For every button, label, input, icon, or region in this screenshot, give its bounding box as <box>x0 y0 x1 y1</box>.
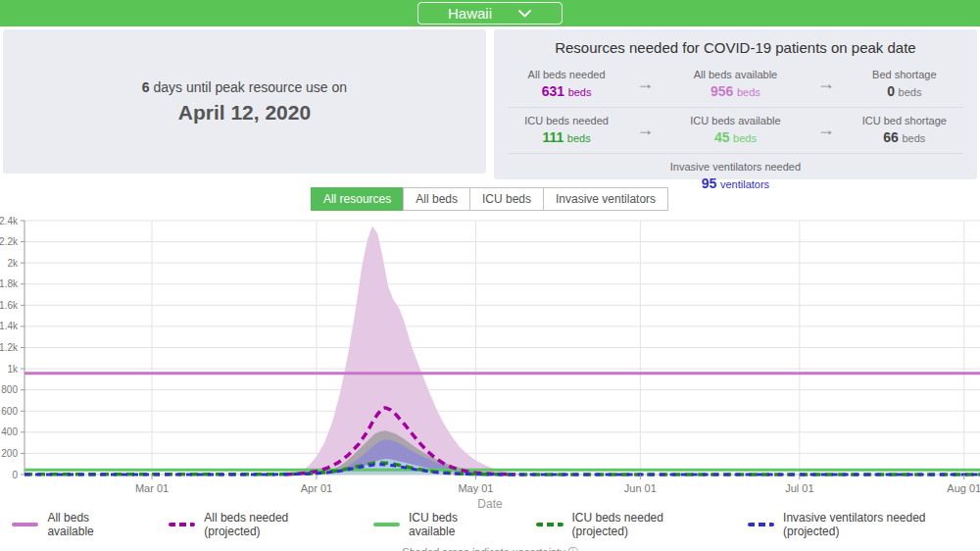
region-selector-dropdown[interactable]: Hawaii <box>417 2 563 25</box>
icu-beds-stat-row: ICU beds needed 111 beds → ICU beds avai… <box>508 107 963 153</box>
legend-item-all-beds-needed: All beds needed (projected) <box>157 511 348 538</box>
arrow-right-icon: → <box>625 120 664 140</box>
region-selector-value: Hawaii <box>448 5 492 22</box>
legend-swatch-dashed <box>748 523 775 526</box>
arrow-right-icon: → <box>625 74 664 94</box>
stat-bed-shortage: Bed shortage 0 beds <box>846 69 963 99</box>
stat-icu-beds-available: ICU beds available 45 beds <box>664 115 806 145</box>
svg-text:Jun 01: Jun 01 <box>624 482 657 494</box>
stat-icu-bed-shortage: ICU bed shortage 66 beds <box>846 115 963 145</box>
legend-item-ventilators-needed: Invasive ventilators needed (projected) <box>736 511 980 538</box>
tab-all-beds[interactable]: All beds <box>403 187 470 211</box>
legend-item-all-beds-available: All beds available <box>0 511 143 538</box>
legend-swatch-solid <box>373 523 400 526</box>
svg-text:1k: 1k <box>7 364 19 375</box>
svg-text:Aug 01: Aug 01 <box>947 482 980 494</box>
stat-all-beds-needed: All beds needed 631 beds <box>508 69 625 99</box>
resources-needed-card: Resources needed for COVID-19 patients o… <box>494 29 977 179</box>
svg-text:2k: 2k <box>7 258 19 269</box>
svg-text:0: 0 <box>12 470 18 480</box>
resources-card-title: Resources needed for COVID-19 patients o… <box>508 35 963 62</box>
svg-text:1.6k: 1.6k <box>0 300 19 311</box>
all-beds-stat-row: All beds needed 631 beds → All beds avai… <box>508 62 963 107</box>
summary-cards-row: 6 days until peak resource use on April … <box>0 26 980 179</box>
peak-date-card: 6 days until peak resource use on April … <box>3 29 486 174</box>
chart-plot-area[interactable]: 02004006008001k1.2k1.4k1.6k1.8k2k2.2k2.4… <box>0 213 980 509</box>
legend-swatch-dashed <box>169 523 195 526</box>
svg-text:800: 800 <box>1 384 18 395</box>
uncertainty-note: Shaded areas indicate uncertainty ⓘ <box>0 545 980 551</box>
legend-item-icu-beds-needed: ICU beds needed (projected) <box>524 511 722 538</box>
svg-text:2.2k: 2.2k <box>0 236 19 247</box>
legend-swatch-dashed <box>536 523 563 526</box>
tab-all-resources[interactable]: All resources <box>311 187 404 211</box>
chevron-down-icon <box>517 9 532 18</box>
legend-swatch-solid <box>12 523 38 526</box>
svg-text:200: 200 <box>1 448 18 459</box>
svg-text:2.4k: 2.4k <box>0 216 19 226</box>
arrow-right-icon: → <box>807 120 846 140</box>
svg-text:Date: Date <box>477 497 503 509</box>
svg-text:400: 400 <box>1 426 18 437</box>
svg-text:Apr 01: Apr 01 <box>301 482 332 494</box>
svg-text:Jul 01: Jul 01 <box>785 482 813 494</box>
stat-ventilators-needed: Invasive ventilators needed 95 ventilato… <box>670 161 801 191</box>
info-icon[interactable]: ⓘ <box>567 546 578 551</box>
stat-icu-beds-needed: ICU beds needed 111 beds <box>508 115 625 145</box>
svg-text:600: 600 <box>1 406 18 417</box>
svg-text:1.8k: 1.8k <box>0 278 19 289</box>
svg-text:1.2k: 1.2k <box>0 342 19 353</box>
svg-text:Mar 01: Mar 01 <box>135 482 169 494</box>
top-bar: Hawaii <box>0 0 980 26</box>
legend-item-icu-beds-available: ICU beds available <box>362 511 511 538</box>
chart-legend: All beds available All beds needed (proj… <box>0 511 980 538</box>
arrow-right-icon: → <box>807 74 846 94</box>
tab-invasive-ventilators[interactable]: Invasive ventilators <box>543 187 668 211</box>
svg-text:May 01: May 01 <box>458 482 493 494</box>
svg-text:1.4k: 1.4k <box>0 321 19 331</box>
resource-use-chart[interactable]: 02004006008001k1.2k1.4k1.6k1.8k2k2.2k2.4… <box>0 213 980 509</box>
peak-days-count: 6 <box>142 79 150 95</box>
peak-date: April 12, 2020 <box>178 101 311 125</box>
stat-all-beds-available: All beds available 956 beds <box>664 69 806 99</box>
tab-icu-beds[interactable]: ICU beds <box>469 187 544 211</box>
peak-countdown-text: 6 days until peak resource use on <box>142 79 347 95</box>
